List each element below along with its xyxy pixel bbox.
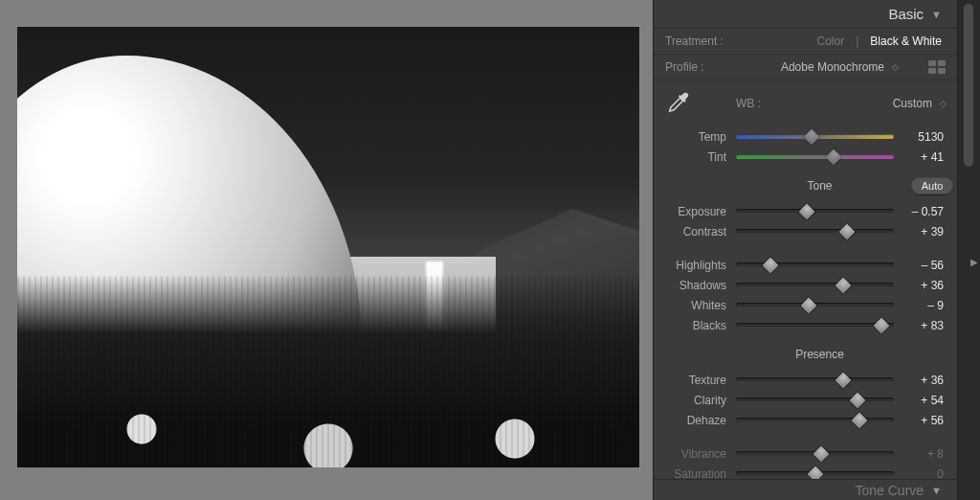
temp-thumb[interactable] [804,128,820,145]
tint-slider[interactable] [736,154,894,159]
shadows-slider-row: Shadows+ 36 [654,275,947,295]
panel-expand-caret-icon[interactable]: ▶ [970,257,978,267]
clarity-value[interactable]: + 54 [902,394,947,407]
treatment-bw-option[interactable]: Black & White [866,34,946,48]
clarity-slider[interactable] [736,398,894,402]
tone-sliders-1: Exposure– 0.57Contrast+ 39 [654,197,957,241]
vibrance-label: Vibrance [654,447,728,461]
exposure-slider-row: Exposure– 0.57 [654,201,947,221]
contrast-slider-row: Contrast+ 39 [654,221,947,241]
blacks-slider[interactable] [736,323,894,328]
vibrance-thumb[interactable] [813,445,830,462]
wb-sliders: Temp 5130 Tint + 41 [654,123,957,167]
dehaze-thumb[interactable] [851,412,867,428]
tint-thumb[interactable] [826,148,842,165]
highlights-slider-row: Highlights– 56 [654,255,947,275]
whites-value[interactable]: – 9 [902,299,947,312]
exposure-label: Exposure [654,205,728,218]
temp-label: Temp [654,130,728,144]
basic-panel-header[interactable]: Basic ▼ [654,0,957,29]
presence-section-head: Presence [654,343,957,366]
temp-slider[interactable] [736,134,894,139]
tone-curve-panel-header[interactable]: Tone Curve ▼ [654,479,957,500]
app-root: Basic ▼ Treatment : Color | Black & Whit… [0,0,980,500]
image-preview-area[interactable] [0,0,653,500]
blacks-label: Blacks [654,319,728,332]
tone-curve-disclosure-icon[interactable]: ▼ [931,485,942,496]
shadows-thumb[interactable] [835,277,852,293]
presence-disabled-sliders: Vibrance+ 8Saturation0 [654,440,957,484]
profile-row: Profile : Adobe Monochrome ◇ [654,55,957,80]
dehaze-label: Dehaze [654,414,728,427]
tone-curve-title: Tone Curve [856,483,924,498]
temp-value[interactable]: 5130 [902,130,947,144]
dehaze-value[interactable]: + 56 [902,414,947,427]
clarity-label: Clarity [654,394,728,407]
blacks-thumb[interactable] [873,317,889,333]
texture-slider[interactable] [736,377,894,382]
disclosure-triangle-icon[interactable]: ▼ [931,9,942,20]
highlights-value[interactable]: – 56 [902,259,947,272]
temp-slider-row: Temp 5130 [654,126,947,147]
shadows-slider[interactable] [736,283,894,287]
wb-label: WB : [736,97,761,110]
whites-slider-row: Whites– 9 [654,295,947,315]
tint-value[interactable]: + 41 [902,150,947,164]
clarity-slider-row: Clarity+ 54 [654,390,947,410]
treatment-color-option[interactable]: Color [813,34,848,48]
exposure-value[interactable]: – 0.57 [902,205,947,218]
contrast-label: Contrast [654,225,728,239]
photo-canvas[interactable] [17,27,639,467]
tint-label: Tint [654,150,728,164]
treatment-row: Treatment : Color | Black & White [654,29,957,55]
contrast-thumb[interactable] [838,223,855,239]
panel-scrollbar-thumb[interactable] [964,4,973,167]
profile-browser-icon[interactable] [928,60,946,74]
treatment-divider: | [856,34,858,48]
tone-heading: Tone [736,179,903,193]
wb-row: WB : Custom ◇ [654,80,957,123]
contrast-value[interactable]: + 39 [902,225,947,239]
highlights-thumb[interactable] [763,257,779,273]
dehaze-slider-row: Dehaze+ 56 [654,410,947,430]
highlights-slider[interactable] [736,262,894,267]
wb-chevrons-icon[interactable]: ◇ [940,99,946,108]
exposure-slider[interactable] [736,209,894,214]
shadows-label: Shadows [654,279,728,292]
profile-value[interactable]: Adobe Monochrome [781,60,884,74]
treatment-label: Treatment : [665,34,724,48]
texture-slider-row: Texture+ 36 [654,370,947,390]
saturation-slider[interactable] [736,471,894,476]
basic-panel-title: Basic [888,6,924,22]
whites-label: Whites [654,299,728,312]
dehaze-slider[interactable] [736,418,894,422]
texture-thumb[interactable] [835,372,852,388]
profile-label: Profile : [665,60,704,74]
texture-label: Texture [654,374,728,387]
whites-thumb[interactable] [800,297,816,313]
profile-chevrons-icon[interactable]: ◇ [892,62,898,72]
wb-preset[interactable]: Custom [893,97,932,110]
right-panel-wrap: Basic ▼ Treatment : Color | Black & Whit… [653,0,980,500]
presence-sliders: Texture+ 36Clarity+ 54Dehaze+ 56 [654,366,957,430]
vibrance-slider[interactable] [736,451,894,456]
panel-scrollbar-gutter: ▶ [957,0,980,500]
blacks-slider-row: Blacks+ 83 [654,315,947,335]
clarity-thumb[interactable] [850,392,866,408]
exposure-thumb[interactable] [799,203,815,219]
highlights-label: Highlights [654,259,728,272]
tint-slider-row: Tint + 41 [654,147,947,167]
blacks-value[interactable]: + 83 [902,319,947,332]
shadows-value[interactable]: + 36 [902,279,947,292]
whites-slider[interactable] [736,303,894,307]
eyedropper-icon[interactable] [665,90,692,117]
vibrance-value[interactable]: + 8 [902,447,947,461]
basic-panel: Basic ▼ Treatment : Color | Black & Whit… [653,0,957,500]
contrast-slider[interactable] [736,229,894,234]
photo-foreground [17,276,639,467]
tone-section-head: Tone Auto [654,174,957,197]
auto-button[interactable]: Auto [911,177,953,194]
vibrance-slider-row: Vibrance+ 8 [654,443,947,464]
texture-value[interactable]: + 36 [902,374,947,387]
tone-sliders-2: Highlights– 56Shadows+ 36Whites– 9Blacks… [654,251,957,335]
